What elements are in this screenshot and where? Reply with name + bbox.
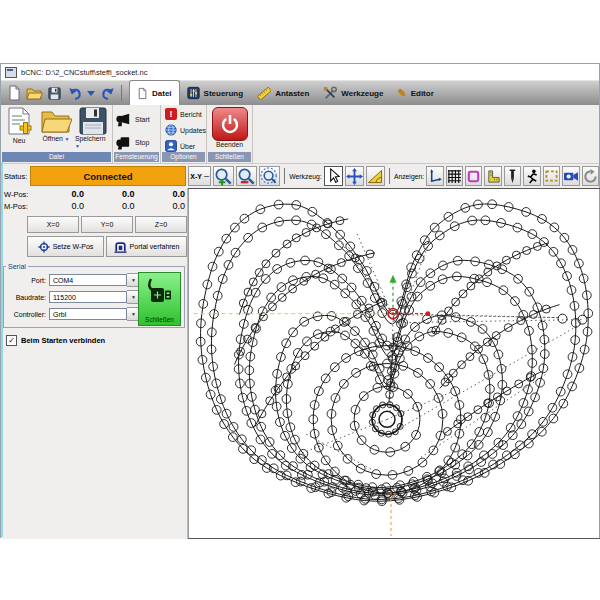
speichern-button[interactable]: Speichern ▼ [75,105,111,149]
z-zero-button[interactable]: Z=0 [135,216,187,233]
mpos-label: M-Pos: [1,202,36,211]
set-wpos-button[interactable]: Setze W-Pos [27,236,104,257]
chevron-down-icon: ▼ [75,143,80,149]
speichern-label: Speichern ▼ [75,135,111,149]
left-panel: W-Pos: 0.0 0.0 0.0 M-Pos: 0.0 0.0 0.0 X=… [1,188,187,539]
show-workarea-button[interactable] [543,166,560,186]
controller-combobox[interactable]: Grbl ▼ [49,307,141,321]
autoconnect-row: ✓ Beim Starten verbinden [6,335,187,346]
new-document-icon [6,107,32,137]
start-button[interactable]: Start [113,112,152,128]
save-floppy-icon [79,107,107,135]
zoom-out-button[interactable] [236,166,257,186]
ueber-button[interactable]: Über [163,139,197,153]
tab-werkzeuge[interactable]: Werkzeuge [316,81,390,105]
baudrate-combobox[interactable]: 115200 ▼ [49,290,141,304]
tab-strip: Datei Steuerung Antasten Werkzeuge ✎ Edi… [1,81,599,105]
open-file-button[interactable] [26,85,43,102]
toolbar-separator [284,168,285,184]
redo-button[interactable] [99,85,116,102]
mpos-y: 0.0 [86,201,136,211]
tab-datei[interactable]: Datei [129,80,180,105]
gcode-canvas[interactable] [187,188,600,539]
running-man-icon [525,169,539,184]
show-rapid-button[interactable] [523,166,540,186]
show-axes-button[interactable] [426,166,443,186]
portal-verfahren-button[interactable]: Portal verfahren [106,236,187,257]
app-icon [5,67,17,78]
axes-icon [427,169,442,184]
updates-button[interactable]: Updates [163,123,208,137]
margins-icon [466,169,481,184]
open-folder-icon [26,86,43,101]
start-label: Start [135,116,150,123]
zoom-out-icon [237,167,256,186]
undo-button[interactable] [66,85,83,102]
power-icon [212,107,248,141]
disconnect-label: Schließen [145,316,174,323]
wpos-y: 0.0 [86,189,136,199]
show-margins-button[interactable] [465,166,482,186]
gantry-icon [114,241,127,253]
zoom-fit-button[interactable] [259,166,280,186]
group-label-schliessen: Schließen [208,152,251,162]
window-edge-accent [1,162,3,537]
xy-handle: — [204,173,209,179]
camera-button[interactable] [562,166,580,186]
new-file-button[interactable] [6,85,23,102]
autoconnect-checkbox[interactable]: ✓ [6,335,17,346]
plane-select-button[interactable]: X-Y— [188,166,211,186]
undo-icon [67,86,83,101]
wpos-z: 0.0 [137,189,187,199]
ruler-icon [486,169,501,184]
refresh-button[interactable] [582,166,599,186]
bericht-button[interactable]: ! Bericht [163,107,204,121]
globe-icon [165,124,177,136]
view-toolbar: X-Y— Werkzeug: Anzeigen: [187,166,599,186]
tab-label: Werkzeuge [341,89,383,98]
tab-antasten[interactable]: Antasten [250,81,316,105]
group-label-datei: Datei [2,152,111,162]
show-probe-button[interactable] [504,166,521,186]
mpos-z: 0.0 [137,201,187,211]
select-tool-button[interactable] [324,166,343,186]
wpos-row: W-Pos: 0.0 0.0 0.0 [1,188,187,200]
port-label: Port: [6,277,49,284]
neu-button[interactable]: Neu [1,105,37,144]
tools-icon [323,86,337,100]
save-file-button[interactable] [46,85,63,102]
ueber-label: Über [180,143,195,150]
y-zero-button[interactable]: Y=0 [81,216,133,233]
gauge-tool-button[interactable] [366,166,385,186]
show-ruler-button[interactable] [484,166,501,186]
tab-label: Datei [152,89,172,98]
control-sliders-icon [187,86,200,100]
chevron-down-icon: ▼ [65,136,70,142]
grid-icon [447,169,462,184]
zoom-in-button[interactable] [213,166,234,186]
main-area: W-Pos: 0.0 0.0 0.0 M-Pos: 0.0 0.0 0.0 X=… [1,188,599,539]
oeffnen-button[interactable]: Öffnen ▼ [37,105,75,142]
oeffnen-label: Öffnen ▼ [42,135,69,142]
pan-tool-button[interactable] [345,166,364,186]
action-buttons-row: Setze W-Pos Portal verfahren [27,236,187,257]
port-value: COM4 [49,274,127,286]
x-zero-button[interactable]: X=0 [27,216,79,233]
updates-label: Updates [180,127,206,134]
tab-steuerung[interactable]: Steuerung [180,81,251,105]
mpos-x: 0.0 [36,201,86,211]
report-icon: ! [165,108,177,120]
show-grid-button[interactable] [446,166,463,186]
stop-button[interactable]: Stop [113,135,151,151]
beenden-button[interactable]: Beenden [212,105,248,148]
undo-dropdown-button[interactable] [86,85,96,102]
group-label-optionen: Optionen [162,152,205,162]
group-label-fernsteuerung: Fernsteuerung [114,152,159,162]
disconnect-button[interactable]: Schließen [138,272,181,326]
wpos-x: 0.0 [36,189,86,199]
display-section-label: Anzeigen: [394,173,424,180]
workarea-icon [544,169,559,183]
tab-editor[interactable]: ✎ Editor [390,81,440,105]
toolbar-separator [389,168,390,184]
port-combobox[interactable]: COM4 ▼ [49,273,141,287]
